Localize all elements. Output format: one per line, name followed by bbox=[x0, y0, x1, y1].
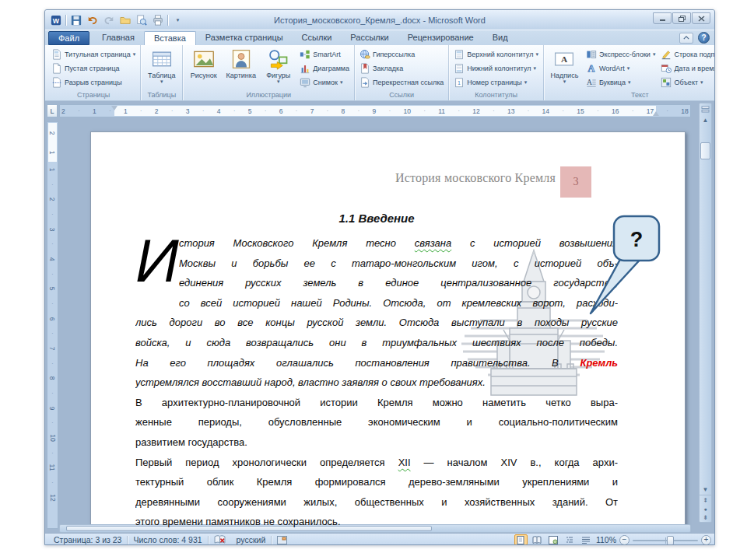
screenshot-button[interactable]: Снимок▾ bbox=[297, 75, 352, 89]
document-page[interactable]: История московского Кремля 3 1.1 Введени… bbox=[90, 131, 686, 533]
text-line: устремлялся восставший народ, властно за… bbox=[135, 373, 618, 393]
chart-button[interactable]: Диаграмма bbox=[297, 61, 352, 75]
shapes-icon bbox=[268, 48, 289, 70]
zoom-slider[interactable] bbox=[633, 535, 698, 545]
zoom-slider-thumb[interactable] bbox=[667, 536, 674, 545]
previous-page-button[interactable]: ⇞ bbox=[700, 496, 711, 505]
tab-selector[interactable]: L bbox=[47, 104, 58, 117]
signature-button[interactable]: Строка подписи▾ bbox=[658, 47, 714, 61]
word-count[interactable]: Число слов: 4 931 bbox=[128, 534, 207, 545]
chevron-down-icon: ▾ bbox=[627, 66, 630, 71]
footer-icon-button[interactable]: Нижний колонтитул▾ bbox=[451, 61, 541, 75]
view-outline-button[interactable] bbox=[563, 534, 577, 545]
chevron-down-icon: ▾ bbox=[653, 52, 656, 57]
ribbon-group-header-footer: Верхний колонтитул▾Нижний колонтитул▾1Но… bbox=[449, 45, 544, 100]
text-line: развитием государства. bbox=[135, 432, 618, 453]
view-draft-button[interactable] bbox=[580, 534, 593, 545]
textbox-icon: A bbox=[553, 48, 575, 70]
select-browse-object-button[interactable]: ● bbox=[700, 505, 711, 513]
drop-cap: И bbox=[135, 233, 179, 293]
object-icon-button[interactable]: Объект▾ bbox=[658, 75, 714, 89]
header-icon-icon bbox=[454, 49, 465, 60]
callout-question-mark: ? bbox=[630, 228, 644, 251]
pagenum-icon-button[interactable]: 1Номер страницы▾ bbox=[451, 75, 541, 89]
tab-главная[interactable]: Главная bbox=[93, 31, 144, 45]
tab-рецензирование[interactable]: Рецензирование bbox=[398, 31, 483, 45]
wordart-icon: A bbox=[586, 63, 597, 74]
next-page-button[interactable]: ⇟ bbox=[700, 513, 711, 522]
svg-text:A: A bbox=[587, 63, 594, 74]
view-fullscreen-reading-button[interactable] bbox=[531, 534, 544, 545]
picture-button[interactable]: Рисунок bbox=[185, 47, 222, 79]
textbox-button[interactable]: AНадпись▾ bbox=[546, 47, 583, 84]
paragraph: Первый период хронологически определяетс… bbox=[135, 453, 618, 532]
page-indicator[interactable]: Страница: 3 из 23 bbox=[48, 534, 127, 545]
restore-button[interactable] bbox=[672, 12, 691, 24]
wordart-button[interactable]: AWordArt▾ bbox=[584, 61, 658, 75]
redo-button[interactable] bbox=[102, 14, 115, 27]
qat-more-button[interactable]: ▾ bbox=[171, 14, 184, 27]
body-text[interactable]: История Московского Кремля тесно связана… bbox=[135, 233, 618, 532]
dropcap-icon-button[interactable]: AБуквица▾ bbox=[584, 75, 658, 89]
signature-icon bbox=[661, 49, 672, 60]
crossref-button[interactable]: Перекрестная ссылка bbox=[357, 75, 446, 89]
shapes-button[interactable]: Фигуры▾ bbox=[260, 47, 296, 84]
horizontal-ruler[interactable]: 2·1·1·2·3·4·5·6·7·8·9·10·11·12·13·14·15·… bbox=[59, 104, 691, 117]
zoom-level[interactable]: 110% bbox=[596, 535, 616, 544]
tab-рассылки[interactable]: Рассылки bbox=[341, 31, 398, 45]
cover-page-icon bbox=[51, 49, 62, 60]
cover-page-button[interactable]: Титульная страница▾ bbox=[49, 47, 138, 61]
object-icon-icon bbox=[661, 77, 672, 88]
bookmark-button[interactable]: Закладка bbox=[357, 61, 446, 75]
text-line: единения русских земель в единое централ… bbox=[179, 273, 618, 293]
ruler-toggle-button[interactable] bbox=[700, 103, 711, 114]
header-icon-button[interactable]: Верхний колонтитул▾ bbox=[451, 47, 541, 61]
ribbon-group-label: Текст bbox=[546, 90, 714, 100]
tab-разметка-страницы[interactable]: Разметка страницы bbox=[196, 31, 293, 45]
word-logo-icon[interactable]: W bbox=[49, 14, 62, 27]
help-button[interactable]: ? bbox=[698, 32, 710, 44]
svg-text:1: 1 bbox=[458, 79, 461, 85]
save-button[interactable] bbox=[69, 14, 82, 27]
tab-вставка[interactable]: Вставка bbox=[144, 31, 196, 45]
table-button[interactable]: Таблица▾ bbox=[143, 47, 180, 84]
tab-файл[interactable]: Файл bbox=[48, 31, 89, 45]
hyperlink-button[interactable]: Гиперссылка bbox=[357, 47, 446, 61]
chevron-down-icon: ▾ bbox=[563, 79, 566, 84]
tab-ссылки[interactable]: Ссылки bbox=[293, 31, 342, 45]
scroll-up-button[interactable]: ▲ bbox=[700, 114, 711, 125]
ribbon-tab-row: ФайлГлавнаяВставкаРазметка страницыСсылк… bbox=[45, 30, 714, 45]
quickparts-button[interactable]: Экспресс-блоки▾ bbox=[584, 47, 658, 61]
vertical-ruler-numbers: 1·2·3·4·5·6·7·8·9·10·11·12 bbox=[48, 164, 57, 503]
print-button[interactable] bbox=[151, 14, 164, 27]
close-button[interactable] bbox=[692, 12, 710, 24]
view-web-layout-button[interactable] bbox=[547, 534, 560, 545]
vertical-ruler[interactable]: 21 1·2·3·4·5·6·7·8·9·10·11·12 bbox=[47, 121, 58, 529]
clipart-button[interactable]: Картинка bbox=[223, 47, 259, 79]
title-bar: История_московского_Кремля_.docx - Micro… bbox=[45, 10, 714, 30]
print-preview-button[interactable] bbox=[135, 14, 148, 27]
zoom-in-button[interactable]: + bbox=[701, 535, 711, 545]
proofing-status[interactable] bbox=[209, 534, 231, 545]
blank-page-button[interactable]: Пустая страница bbox=[49, 61, 138, 75]
chevron-down-icon: ▾ bbox=[277, 79, 280, 84]
page-break-button[interactable]: Разрыв страницы bbox=[49, 75, 138, 89]
zoom-out-button[interactable]: − bbox=[619, 535, 630, 545]
open-folder-button[interactable] bbox=[118, 14, 132, 27]
scroll-down-button[interactable]: ▼ bbox=[700, 484, 711, 495]
vertical-scrollbar[interactable]: ▲ ▼ ⇞ ● ⇟ bbox=[699, 103, 712, 523]
svg-text:W: W bbox=[52, 17, 59, 25]
layout-status-icon[interactable] bbox=[272, 534, 293, 545]
scrollbar-thumb[interactable] bbox=[700, 142, 710, 159]
tab-вид[interactable]: Вид bbox=[483, 31, 517, 45]
ribbon-group-label: Колонтитулы bbox=[451, 90, 541, 100]
first-line-indent-marker[interactable] bbox=[111, 106, 117, 110]
smartart-button[interactable]: SmartArt bbox=[297, 47, 352, 61]
view-print-layout-button[interactable] bbox=[514, 534, 528, 545]
collapse-ribbon-button[interactable] bbox=[679, 33, 693, 44]
language-indicator[interactable]: русский bbox=[231, 534, 272, 545]
right-indent-marker[interactable] bbox=[653, 111, 659, 116]
datetime-button[interactable]: Дата и время bbox=[658, 61, 714, 75]
minimize-button[interactable] bbox=[653, 12, 672, 24]
undo-button[interactable] bbox=[86, 14, 99, 27]
